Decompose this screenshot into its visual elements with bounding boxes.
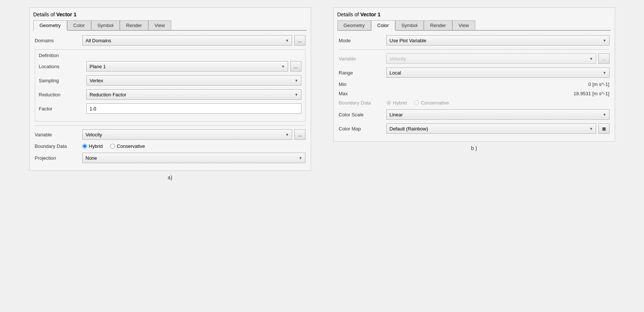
projection-label: Projection	[35, 155, 79, 161]
panel-a-tabs: Geometry Color Symbol Render View	[33, 20, 307, 31]
mode-select[interactable]: Use Plot Variable	[386, 35, 610, 46]
reduction-row: Reduction Reduction Factor	[39, 89, 301, 100]
variable-row-a: Variable Velocity ...	[35, 129, 306, 140]
min-label: Min	[339, 82, 383, 87]
panel-a: Details of Vector 1 Geometry Color Symbo…	[29, 7, 311, 171]
range-label: Range	[339, 70, 383, 76]
sampling-select-wrapper[interactable]: Vertex	[86, 75, 301, 86]
locations-control: Plane 1 ...	[86, 61, 301, 72]
projection-select-wrapper[interactable]: None	[82, 153, 306, 163]
min-value: 0 [m s^-1]	[386, 82, 610, 87]
locations-select[interactable]: Plane 1	[86, 61, 288, 72]
panel-b: Details of Vector 1 Geometry Color Symbo…	[333, 7, 615, 142]
max-value: 18.9531 [m s^-1]	[386, 91, 610, 96]
reduction-select-wrapper[interactable]: Reduction Factor	[86, 89, 301, 100]
domains-row: Domains All Domains ...	[35, 35, 306, 46]
mode-control: Use Plot Variable	[386, 35, 610, 46]
projection-row: Projection None	[35, 153, 306, 163]
locations-label: Locations	[39, 64, 83, 69]
tab-a-color[interactable]: Color	[67, 20, 91, 30]
panels-container: Details of Vector 1 Geometry Color Symbo…	[29, 7, 615, 180]
variable-ellipsis-button-b: ...	[598, 53, 610, 64]
locations-ellipsis-button[interactable]: ...	[290, 61, 301, 72]
hybrid-radio-a[interactable]: Hybrid	[82, 143, 103, 149]
boundary-data-radio-a: Hybrid Conservative	[82, 143, 306, 149]
projection-control: None	[82, 153, 306, 163]
hybrid-radio-b: Hybrid	[386, 100, 407, 106]
max-label: Max	[339, 91, 383, 96]
conservative-radio-a[interactable]: Conservative	[110, 143, 145, 149]
color-map-select-wrapper[interactable]: Default (Rainbow)	[386, 123, 596, 134]
variable-control-a: Velocity ...	[82, 129, 306, 140]
boundary-data-row-b: Boundary Data Hybrid Conservative	[339, 100, 610, 106]
reduction-control: Reduction Factor	[86, 89, 301, 100]
variable-label-b: Variable	[339, 56, 383, 62]
variable-ellipsis-button-a[interactable]: ...	[294, 129, 306, 140]
domains-select[interactable]: All Domains	[82, 35, 292, 46]
separator-b-1	[339, 49, 610, 50]
color-map-icon-button[interactable]: ▦	[598, 123, 610, 134]
variable-select-b: Velocity	[386, 53, 596, 64]
reduction-label: Reduction	[39, 92, 83, 97]
sampling-row: Sampling Vertex	[39, 75, 301, 86]
tab-b-geometry[interactable]: Geometry	[337, 20, 371, 30]
panel-b-title: Details of Vector 1	[337, 11, 611, 17]
sampling-control: Vertex	[86, 75, 301, 86]
variable-label-a: Variable	[35, 132, 79, 137]
range-row: Range Local	[339, 67, 610, 78]
panel-a-title: Details of Vector 1	[33, 11, 307, 17]
variable-select-a[interactable]: Velocity	[82, 129, 292, 140]
tab-b-view[interactable]: View	[452, 20, 475, 30]
variable-select-wrapper-b: Velocity	[386, 53, 596, 64]
caption-b: b )	[471, 145, 477, 151]
tab-b-color[interactable]: Color	[371, 20, 395, 31]
range-select[interactable]: Local	[386, 67, 610, 78]
factor-control	[86, 103, 301, 114]
locations-select-wrapper[interactable]: Plane 1	[86, 61, 288, 72]
mode-row: Mode Use Plot Variable	[339, 35, 610, 46]
color-scale-label: Color Scale	[339, 112, 383, 117]
tab-b-symbol[interactable]: Symbol	[395, 20, 424, 30]
panel-b-tabs: Geometry Color Symbol Render View	[337, 20, 611, 31]
tab-a-symbol[interactable]: Symbol	[91, 20, 120, 30]
projection-select[interactable]: None	[82, 153, 306, 163]
domains-ellipsis-button[interactable]: ...	[294, 35, 306, 46]
reduction-select[interactable]: Reduction Factor	[86, 89, 301, 100]
variable-select-wrapper-a[interactable]: Velocity	[82, 129, 292, 140]
color-map-control: Default (Rainbow) ▦	[386, 123, 610, 134]
definition-title: Definition	[39, 53, 301, 58]
mode-select-wrapper[interactable]: Use Plot Variable	[386, 35, 610, 46]
color-map-row: Color Map Default (Rainbow) ▦	[339, 123, 610, 134]
caption-a: a)	[168, 175, 172, 180]
max-row: Max 18.9531 [m s^-1]	[339, 91, 610, 96]
panel-b-form: Mode Use Plot Variable Variable	[337, 35, 611, 134]
boundary-data-row-a: Boundary Data Hybrid Conservative	[35, 143, 306, 149]
domains-select-wrapper[interactable]: All Domains	[82, 35, 292, 46]
factor-input[interactable]	[86, 103, 301, 114]
range-select-wrapper[interactable]: Local	[386, 67, 610, 78]
conservative-radio-b: Conservative	[414, 100, 449, 106]
tab-b-render[interactable]: Render	[424, 20, 452, 30]
min-row: Min 0 [m s^-1]	[339, 82, 610, 87]
variable-control-b: Velocity ...	[386, 53, 610, 64]
definition-group: Definition Locations Plane 1 ...	[35, 49, 306, 122]
range-control: Local	[386, 67, 610, 78]
boundary-data-label-a: Boundary Data	[35, 143, 79, 149]
factor-label: Factor	[39, 106, 83, 112]
sampling-label: Sampling	[39, 78, 83, 83]
separator-1	[35, 125, 306, 126]
panel-a-form: Domains All Domains ... Definition	[33, 35, 307, 163]
color-scale-row: Color Scale Linear	[339, 109, 610, 120]
color-map-label: Color Map	[339, 126, 383, 132]
color-scale-select[interactable]: Linear	[386, 109, 610, 120]
tab-a-render[interactable]: Render	[120, 20, 148, 30]
color-scale-select-wrapper[interactable]: Linear	[386, 109, 610, 120]
factor-row: Factor	[39, 103, 301, 114]
boundary-data-label-b: Boundary Data	[339, 100, 383, 106]
sampling-select[interactable]: Vertex	[86, 75, 301, 86]
color-map-select[interactable]: Default (Rainbow)	[386, 123, 596, 134]
tab-a-view[interactable]: View	[148, 20, 171, 30]
domains-label: Domains	[35, 38, 79, 43]
mode-label: Mode	[339, 38, 383, 43]
tab-a-geometry[interactable]: Geometry	[33, 20, 67, 31]
